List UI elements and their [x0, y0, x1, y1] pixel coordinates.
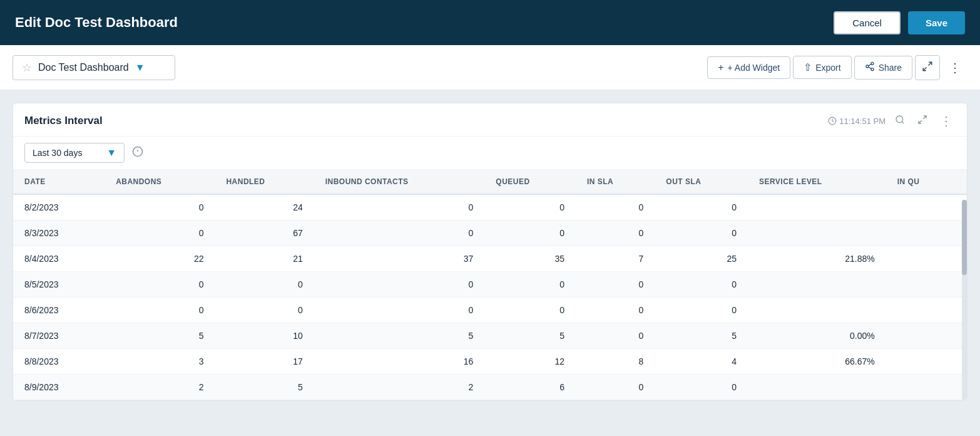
table-cell: 0	[576, 298, 655, 323]
export-button[interactable]: ⇧ Export	[793, 56, 851, 79]
col-header-date: DATE	[13, 170, 105, 194]
col-header-in-qu: IN QU	[886, 170, 967, 194]
col-header-service-level: SERVICE LEVEL	[748, 170, 886, 194]
export-label: Export	[815, 63, 840, 73]
table-cell: 0	[576, 221, 655, 246]
widget-more-button[interactable]: ⋮	[937, 112, 956, 130]
table-cell: 5	[655, 323, 748, 349]
interval-chevron-icon: ▼	[106, 147, 116, 158]
col-header-abandons: ABANDONS	[105, 170, 215, 194]
table-row: 8/9/2023252600	[13, 375, 967, 400]
share-icon	[865, 61, 875, 74]
data-table-container: DATE ABANDONS HANDLED INBOUND CONTACTS Q…	[13, 170, 967, 400]
table-cell: 5	[484, 323, 576, 349]
table-cell	[748, 272, 886, 298]
table-cell: 24	[215, 194, 314, 221]
table-cell: 0	[314, 272, 485, 298]
table-cell: 0	[655, 194, 748, 221]
table-cell: 2	[105, 375, 215, 400]
sub-header: ☆ Doc Test Dashboard ▼ + + Add Widget ⇧ …	[0, 45, 980, 90]
table-cell: 17	[215, 349, 314, 375]
add-widget-button[interactable]: + + Add Widget	[707, 56, 790, 79]
content-area: Metrics Interval 11:14:51 PM ⋮ Last 30 d…	[0, 90, 980, 413]
table-cell: 8/4/2023	[13, 246, 105, 272]
svg-line-5	[929, 62, 932, 65]
table-cell: 0	[215, 272, 314, 298]
svg-point-8	[896, 116, 903, 123]
table-cell: 8/5/2023	[13, 272, 105, 298]
widget-expand-button[interactable]	[914, 113, 931, 129]
table-cell: 8	[576, 349, 655, 375]
table-cell: 2	[314, 375, 485, 400]
svg-line-6	[923, 67, 926, 70]
col-header-queued: QUEUED	[484, 170, 576, 194]
widget-search-button[interactable]	[892, 113, 908, 129]
table-cell: 0	[215, 298, 314, 323]
share-button[interactable]: Share	[854, 56, 912, 80]
table-header-row: DATE ABANDONS HANDLED INBOUND CONTACTS Q…	[13, 170, 967, 194]
table-cell	[886, 194, 967, 221]
table-cell: 3	[105, 349, 215, 375]
table-cell: 8/3/2023	[13, 221, 105, 246]
table-cell: 5	[215, 375, 314, 400]
table-cell: 0	[484, 194, 576, 221]
table-cell: 8/2/2023	[13, 194, 105, 221]
svg-line-10	[923, 116, 926, 119]
table-cell	[886, 246, 967, 272]
svg-point-0	[871, 62, 874, 65]
scrollbar-thumb[interactable]	[962, 200, 967, 275]
interval-label: Last 30 days	[33, 148, 82, 158]
table-cell: 0	[576, 375, 655, 400]
table-cell: 0	[314, 194, 485, 221]
table-cell: 0	[314, 221, 485, 246]
table-cell	[886, 375, 967, 400]
table-cell: 0	[105, 298, 215, 323]
table-cell: 66.67%	[748, 349, 886, 375]
dashboard-selector[interactable]: ☆ Doc Test Dashboard ▼	[13, 55, 175, 80]
add-widget-label: + Add Widget	[728, 63, 780, 73]
table-cell: 5	[105, 323, 215, 349]
table-cell: 0	[314, 298, 485, 323]
interval-dropdown[interactable]: Last 30 days ▼	[24, 143, 125, 163]
svg-point-1	[866, 65, 869, 68]
table-row: 8/3/20230670000	[13, 221, 967, 246]
svg-line-4	[868, 64, 871, 66]
clock-icon	[828, 117, 837, 125]
table-cell: 10	[215, 323, 314, 349]
table-row: 8/4/20232221373572521.88%	[13, 246, 967, 272]
table-cell: 21	[215, 246, 314, 272]
table-cell: 6	[484, 375, 576, 400]
dashboard-name-label: Doc Test Dashboard	[38, 62, 129, 73]
more-options-button[interactable]: ⋮	[942, 55, 967, 80]
save-button[interactable]: Save	[908, 11, 965, 34]
table-cell: 0	[105, 221, 215, 246]
table-cell	[886, 323, 967, 349]
table-row: 8/7/202351055050.00%	[13, 323, 967, 349]
table-cell	[886, 221, 967, 246]
widget-subheader: Last 30 days ▼	[13, 137, 967, 170]
table-cell	[748, 375, 886, 400]
vertical-scrollbar[interactable]	[962, 200, 967, 400]
table-cell	[886, 272, 967, 298]
table-cell: 0	[105, 272, 215, 298]
table-cell: 0	[576, 194, 655, 221]
widget-header-right: 11:14:51 PM ⋮	[828, 112, 956, 130]
table-cell	[886, 298, 967, 323]
table-cell: 0	[655, 375, 748, 400]
chevron-down-icon: ▼	[135, 62, 145, 73]
table-cell: 0	[655, 272, 748, 298]
table-cell: 0	[484, 221, 576, 246]
cancel-button[interactable]: Cancel	[834, 11, 901, 34]
widget-title: Metrics Interval	[24, 115, 103, 127]
svg-line-3	[868, 67, 871, 69]
page-title: Edit Doc Test Dashboard	[15, 14, 178, 31]
fullscreen-button[interactable]	[915, 55, 940, 80]
subheader-actions: + + Add Widget ⇧ Export Share ⋮	[707, 55, 967, 80]
svg-point-2	[871, 68, 874, 70]
table-row: 8/8/202331716128466.67%	[13, 349, 967, 375]
table-cell	[886, 349, 967, 375]
table-cell: 0	[484, 272, 576, 298]
table-row: 8/6/2023000000	[13, 298, 967, 323]
info-icon[interactable]	[132, 146, 143, 160]
col-header-handled: HANDLED	[215, 170, 314, 194]
